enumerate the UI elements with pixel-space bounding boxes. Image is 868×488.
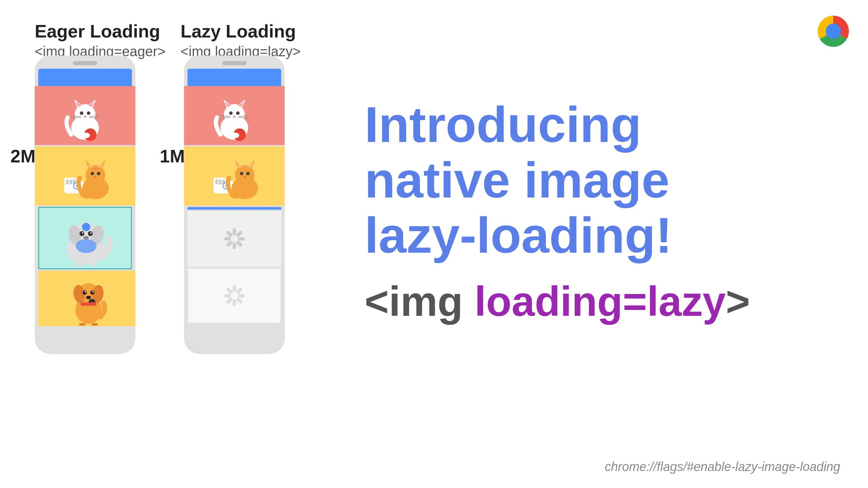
- introducing-line2: native image: [365, 152, 669, 208]
- lazy-card-2: [184, 146, 285, 205]
- svg-rect-22: [69, 179, 72, 184]
- svg-rect-98: [233, 242, 236, 249]
- svg-rect-61: [92, 323, 98, 326]
- phone-speaker-lazy: [222, 61, 247, 65]
- svg-rect-104: [238, 294, 245, 297]
- svg-rect-107: [226, 297, 233, 304]
- svg-rect-105: [236, 297, 243, 304]
- svg-point-35: [81, 192, 91, 199]
- svg-point-53: [83, 291, 87, 295]
- svg-rect-109: [226, 287, 233, 294]
- code-angle-close: >: [726, 278, 750, 325]
- svg-rect-103: [236, 287, 243, 294]
- svg-rect-96: [238, 237, 245, 241]
- svg-point-93: [231, 192, 240, 199]
- lazy-title: Lazy Loading: [181, 21, 301, 42]
- introducing-title: Introducing native image lazy-loading!: [365, 97, 840, 263]
- svg-rect-59: [81, 302, 97, 306]
- code-snippet: <img loading=lazy>: [365, 277, 840, 325]
- introducing-line1: Introducing: [365, 96, 641, 153]
- svg-point-69: [236, 111, 240, 115]
- eager-card-3: [38, 207, 132, 269]
- svg-point-55: [85, 291, 86, 293]
- svg-point-46: [82, 223, 90, 231]
- eager-card-1: [35, 86, 135, 145]
- lazy-card-4-spinner: [187, 268, 281, 323]
- svg-point-54: [90, 291, 94, 295]
- svg-point-32: [91, 172, 94, 175]
- svg-point-45: [76, 239, 97, 253]
- svg-point-34: [94, 176, 97, 178]
- svg-point-18: [82, 133, 90, 138]
- svg-point-90: [240, 172, 243, 175]
- svg-rect-101: [226, 230, 233, 237]
- lazy-phone: [184, 56, 285, 354]
- svg-point-44: [83, 236, 89, 239]
- svg-rect-80: [219, 179, 222, 184]
- svg-point-92: [243, 176, 246, 178]
- eager-phone: [35, 56, 135, 354]
- chrome-logo: [812, 10, 854, 52]
- code-angle-open: <: [365, 278, 389, 325]
- svg-rect-95: [236, 230, 243, 237]
- svg-point-33: [97, 172, 100, 175]
- svg-rect-99: [226, 240, 233, 247]
- phone-speaker-eager: [73, 61, 97, 65]
- eager-card-2: [35, 146, 135, 205]
- svg-point-41: [88, 231, 93, 236]
- svg-rect-79: [215, 179, 218, 184]
- eager-title: Eager Loading: [35, 21, 166, 42]
- code-loading-attr: loading=lazy: [475, 278, 726, 325]
- svg-point-76: [231, 133, 239, 138]
- svg-point-11: [87, 111, 90, 115]
- lazy-card-1: [184, 86, 285, 145]
- svg-rect-21: [66, 179, 69, 184]
- footer-url: chrome://flags/#enable-lazy-image-loadin…: [605, 460, 840, 474]
- introducing-line3: lazy-loading!: [365, 207, 672, 263]
- svg-rect-48: [90, 259, 97, 266]
- svg-point-57: [86, 296, 91, 299]
- eager-card-4: [38, 271, 135, 326]
- svg-point-10: [80, 111, 83, 115]
- code-img-tag: img: [389, 278, 475, 325]
- introducing-section: Introducing native image lazy-loading! <…: [365, 97, 840, 325]
- svg-point-91: [246, 172, 250, 175]
- svg-point-40: [80, 231, 84, 236]
- svg-point-68: [229, 111, 233, 115]
- svg-point-42: [82, 232, 83, 234]
- svg-rect-60: [79, 323, 85, 326]
- svg-rect-94: [233, 228, 236, 235]
- svg-rect-106: [233, 299, 236, 306]
- svg-point-3: [828, 26, 839, 37]
- svg-rect-47: [76, 259, 83, 266]
- svg-point-70: [233, 116, 236, 118]
- svg-rect-102: [233, 285, 236, 292]
- svg-rect-108: [224, 294, 231, 297]
- svg-rect-97: [236, 240, 243, 247]
- svg-point-56: [92, 291, 94, 293]
- svg-rect-100: [224, 237, 231, 241]
- svg-point-43: [90, 232, 92, 234]
- lazy-card-3-spinner: [187, 211, 281, 267]
- svg-point-12: [84, 116, 86, 118]
